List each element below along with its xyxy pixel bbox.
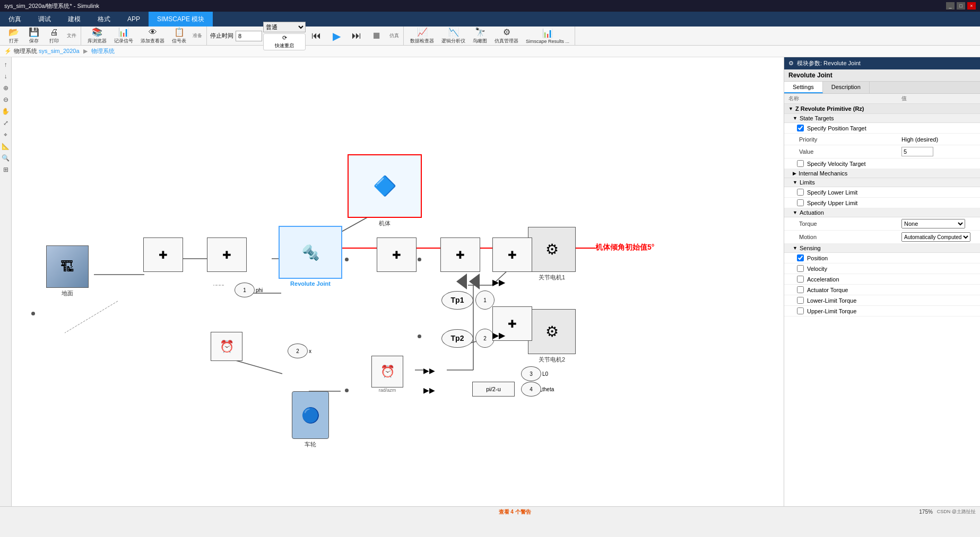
add-observer-button[interactable]: 👁 添加查看器 <box>137 28 168 45</box>
sim-manager-button[interactable]: ⚙ 仿真管理器 <box>491 28 522 45</box>
machine-body-block[interactable]: 🔷 机体 <box>345 154 424 227</box>
sim-mode-select[interactable]: 普通 <box>263 22 306 32</box>
breadcrumb-item-1[interactable]: sys_sim_2020a <box>39 48 79 54</box>
search-button[interactable]: 🔍 <box>1 153 11 163</box>
nav-down-button[interactable]: ↓ <box>1 71 11 82</box>
menu-simscape[interactable]: SIMSCAPE 模块 <box>149 12 213 27</box>
grid-button[interactable]: ⌖ <box>1 129 11 140</box>
ground-block[interactable]: 🏗 地面 <box>41 245 94 297</box>
torque-select[interactable]: None <box>901 219 965 228</box>
wheel-label: 车轮 <box>305 441 316 448</box>
stop-button[interactable]: ⏹ <box>367 28 386 45</box>
phi-output[interactable]: 1 phi <box>235 283 263 297</box>
tp2-gain-block[interactable]: Tp2 2 <box>441 328 495 348</box>
minimize-button[interactable]: _ <box>946 2 955 10</box>
warning-text[interactable]: 查看 4 个警告 <box>110 508 919 516</box>
menu-app[interactable]: APP <box>119 12 149 27</box>
simscape-results-button[interactable]: 📊 Simscape Results ... <box>523 28 573 45</box>
subsection-arrow: ▼ <box>793 116 797 121</box>
maximize-button[interactable]: □ <box>957 2 965 10</box>
logic-analyzer-button[interactable]: 📉 逻辑分析仪 <box>438 28 469 45</box>
subsection-state-targets[interactable]: ▼ State Targets <box>784 114 980 123</box>
step-back-button[interactable]: ⏮ <box>307 28 326 45</box>
menu-format[interactable]: 格式 <box>89 12 119 27</box>
menu-modeling[interactable]: 建模 <box>59 12 89 27</box>
open-button[interactable]: 📂 打开 <box>4 28 23 45</box>
specify-lower-limit-checkbox[interactable] <box>797 189 804 196</box>
step-fwd-button[interactable]: ⏭ <box>347 28 366 45</box>
menu-simulation[interactable]: 仿真 <box>0 12 30 27</box>
tab-settings[interactable]: Settings <box>784 82 823 93</box>
fit-button[interactable]: ⤢ <box>1 118 11 128</box>
sensor-block[interactable]: ⏰ <box>208 332 245 361</box>
panel-header: ⚙ 模块参数: Revolute Joint <box>784 57 980 69</box>
specify-upper-limit-row: Specify Upper Limit <box>784 198 980 208</box>
library-browser-button[interactable]: 📚 库浏览器 <box>84 28 110 45</box>
connector-dot-5 <box>31 312 35 315</box>
azm-block[interactable]: ⏰ rad/azm <box>369 356 406 393</box>
sim-control-section: 停止时间 普通 ⟳ 快速重启 ⏮ ▶ ⏭ ⏹ 仿真 <box>208 27 404 45</box>
torque-row: Torque None <box>784 217 980 231</box>
limits-label: Limits <box>800 179 815 186</box>
menu-debug[interactable]: 调试 <box>30 12 59 27</box>
add-block-button[interactable]: ⊞ <box>1 164 11 175</box>
specify-position-target-label: Specify Position Target <box>807 125 866 131</box>
l0-output[interactable]: 3 L0 <box>521 366 548 381</box>
zoom-out-button[interactable]: ⊖ <box>1 94 11 105</box>
joint-block-2[interactable]: ✚ <box>203 237 250 272</box>
motion-select[interactable]: Automatically Computed <box>901 232 970 242</box>
tp1-gain-block[interactable]: Tp1 1 <box>441 274 495 310</box>
data-checker-button[interactable]: 📈 数据检查器 <box>407 28 437 45</box>
specify-velocity-target-checkbox[interactable] <box>797 160 804 167</box>
ruler-button[interactable]: 📐 <box>1 141 11 152</box>
subsection-actuation[interactable]: ▼ Actuation <box>784 208 980 217</box>
specify-upper-limit-checkbox[interactable] <box>797 199 804 206</box>
subsection-internal-mechanics[interactable]: ▶ Internal Mechanics <box>784 169 980 178</box>
analysis-section: 📈 数据检查器 📉 逻辑分析仪 🔭 鸟瞰图 ⚙ 仿真管理器 📊 Simscape… <box>405 27 575 45</box>
sim-manager-icon: ⚙ <box>503 27 510 37</box>
acceleration-checkbox[interactable] <box>797 276 804 283</box>
stop-time-input[interactable] <box>236 31 262 41</box>
print-button[interactable]: 🖨 打印 <box>45 28 64 45</box>
tab-description[interactable]: Description <box>823 82 870 93</box>
zoom-in-button[interactable]: ⊕ <box>1 83 11 93</box>
canvas-area[interactable]: 🏗 地面 ✚ ✚ 🔩 Revolute Joint 🔷 <box>12 57 784 506</box>
print-icon: 🖨 <box>50 28 58 37</box>
actuator-torque-checkbox[interactable] <box>797 286 804 293</box>
subsection-limits[interactable]: ▼ Limits <box>784 178 980 187</box>
save-button[interactable]: 💾 保存 <box>24 28 44 45</box>
connector-dot-3 <box>418 334 421 338</box>
theta-output[interactable]: 4 theta <box>521 382 554 397</box>
file-label: 文件 <box>65 32 79 39</box>
quick-restart-button[interactable]: ⟳ 快速重启 <box>263 33 306 50</box>
run-button[interactable]: ▶ <box>327 28 346 45</box>
wheel-block[interactable]: 🔵 车轮 <box>287 391 334 448</box>
joint-block-4[interactable]: ✚ <box>436 237 484 272</box>
joint-block-3[interactable]: ✚ <box>372 237 420 272</box>
close-button[interactable]: × <box>967 2 976 10</box>
specify-velocity-target-label: Specify Velocity Target <box>807 161 865 167</box>
velocity-checkbox[interactable] <box>797 265 804 272</box>
breadcrumb-item-2[interactable]: 物理系统 <box>91 48 115 54</box>
position-checkbox[interactable] <box>797 254 804 261</box>
pi-2-u-block[interactable]: pi/2-u <box>472 382 515 397</box>
joint-between-tp1-motor[interactable]: ✚ <box>488 237 536 272</box>
specify-position-target-row: Specify Position Target <box>784 123 980 134</box>
upper-limit-torque-checkbox[interactable] <box>797 307 804 314</box>
x-output[interactable]: 2 x <box>288 344 311 358</box>
lower-limit-torque-checkbox[interactable] <box>797 297 804 304</box>
overview-button[interactable]: 🔭 鸟瞰图 <box>470 28 490 45</box>
joint-block-1[interactable]: ✚ <box>139 237 187 272</box>
signal-table-button[interactable]: 📋 信号表 <box>169 28 189 45</box>
section-z-revolute[interactable]: ▼ Z Revolute Primitive (Rz) <box>784 104 980 114</box>
pan-button[interactable]: ✋ <box>1 106 11 117</box>
connection-svg <box>12 57 784 506</box>
panel-content: ▼ Z Revolute Primitive (Rz) ▼ State Targ… <box>784 104 980 506</box>
subsection-sensing[interactable]: ▼ Sensing <box>784 244 980 253</box>
arrow-sense2: ▶▶ <box>423 386 435 394</box>
record-signal-button[interactable]: 📊 记录信号 <box>111 28 136 45</box>
specify-position-target-checkbox[interactable] <box>797 125 804 131</box>
value-input[interactable] <box>901 147 933 156</box>
nav-up-button[interactable]: ↑ <box>1 59 11 70</box>
revolute-joint-block[interactable]: 🔩 Revolute Joint <box>276 226 345 287</box>
